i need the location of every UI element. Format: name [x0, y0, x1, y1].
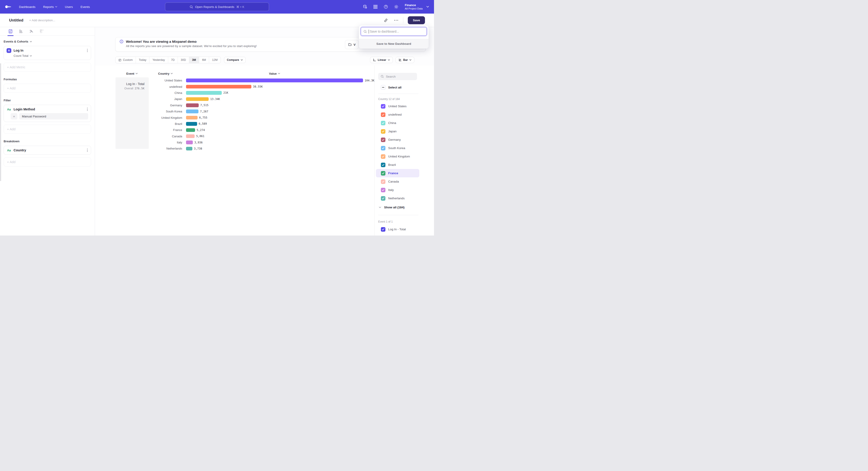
tab-retention-grid[interactable]	[39, 28, 44, 35]
bar[interactable]	[186, 97, 209, 101]
add-formula-button[interactable]: + Add	[4, 84, 91, 93]
tab-insights-chart[interactable]	[8, 28, 13, 35]
legend-item-united-kingdom[interactable]: United Kingdom	[376, 152, 419, 160]
checked-checkbox-icon[interactable]	[381, 179, 385, 184]
save-dashboard-search-input[interactable]: Save to dashboard...	[361, 27, 427, 36]
events-cohorts-heading[interactable]: Events & Cohorts	[4, 40, 91, 43]
legend-item-france[interactable]: France	[376, 169, 419, 177]
legend-item-germany[interactable]: Germany	[376, 136, 419, 144]
filter-card[interactable]: Aa Login Method = Manual Password	[4, 105, 91, 122]
tab-flow-chart[interactable]	[29, 28, 34, 35]
checked-checkbox-icon[interactable]	[381, 154, 385, 159]
bar[interactable]	[186, 104, 199, 107]
checked-checkbox-icon[interactable]	[381, 129, 385, 134]
range-6m[interactable]: 6M	[199, 57, 209, 63]
navbar-item-dashboards[interactable]: Dashboards	[19, 5, 35, 8]
checked-checkbox-icon[interactable]	[381, 104, 385, 109]
report-title[interactable]: Untitled	[9, 18, 23, 23]
legend-item-netherlands[interactable]: Netherlands	[376, 194, 419, 203]
line-type-dropdown[interactable]: Linear	[370, 57, 393, 63]
navbar-item-users[interactable]: Users	[65, 5, 73, 8]
range-yesterday[interactable]: Yesterday	[149, 57, 168, 63]
filter-value[interactable]: Manual Password	[19, 113, 88, 119]
metric-event-name[interactable]: Log In	[13, 49, 24, 52]
legend-item-undefined[interactable]: undefined	[376, 110, 419, 119]
checked-checkbox-icon[interactable]	[381, 188, 385, 192]
checked-checkbox-icon[interactable]	[381, 227, 385, 232]
bar[interactable]	[186, 128, 195, 132]
range-today[interactable]: Today	[136, 57, 149, 63]
checked-checkbox-icon[interactable]	[381, 138, 385, 142]
checked-checkbox-icon[interactable]	[381, 163, 385, 167]
chart-row-italy: Italy3,936	[115, 139, 374, 145]
checked-checkbox-icon[interactable]	[381, 112, 385, 117]
breakdown-property-name[interactable]: Country	[13, 148, 26, 152]
bar[interactable]	[186, 135, 195, 138]
save-to-new-dashboard-button[interactable]: Save to New Dashboard	[359, 39, 429, 49]
event-series-panel[interactable]: Log In - Total Overall276.5K	[116, 77, 149, 149]
navbar-item-events[interactable]: Events	[81, 5, 90, 8]
legend-item-china[interactable]: China	[376, 119, 419, 127]
range-30d[interactable]: 30D	[178, 57, 189, 63]
legend-item-south-korea[interactable]: South Korea	[376, 144, 419, 152]
help-icon[interactable]	[383, 4, 388, 9]
range-3m[interactable]: 3M	[189, 57, 199, 63]
show-all-button[interactable]: Show all (184)	[378, 206, 434, 209]
indeterminate-checkbox-icon	[381, 85, 385, 90]
navbar-item-reports[interactable]: Reports	[43, 5, 57, 8]
range-custom[interactable]: Custom	[116, 57, 136, 63]
add-description-field[interactable]: + Add description...	[29, 19, 55, 22]
checked-checkbox-icon[interactable]	[381, 146, 385, 150]
chart-rows: United States104.3Kundefined38.55KChina2…	[115, 77, 374, 152]
select-all-checkbox[interactable]: Select all	[378, 85, 434, 90]
save-button[interactable]: Save	[408, 16, 425, 24]
aggregation-selector[interactable]: Count Total	[13, 54, 88, 57]
legend-item-canada[interactable]: Canada	[376, 177, 419, 186]
legend-item-label: undefined	[388, 113, 401, 116]
compare-button[interactable]: Compare	[224, 57, 246, 63]
legend-item-italy[interactable]: Italy	[376, 186, 419, 194]
checked-checkbox-icon[interactable]	[381, 171, 385, 176]
column-header-event[interactable]: Event	[115, 71, 149, 76]
kebab-menu-icon[interactable]	[87, 148, 88, 152]
kebab-menu-icon[interactable]	[87, 107, 88, 111]
bar[interactable]	[186, 141, 193, 144]
breakdown-card[interactable]: Aa Country	[4, 146, 91, 155]
bar[interactable]	[186, 79, 363, 82]
add-breakdown-button[interactable]: + Add	[4, 157, 91, 167]
chart-type-dropdown[interactable]: Bar	[396, 57, 414, 63]
checked-checkbox-icon[interactable]	[381, 196, 385, 201]
column-header-value[interactable]: Value	[186, 71, 363, 76]
bar[interactable]	[186, 91, 222, 95]
range-12m[interactable]: 12M	[209, 57, 220, 63]
legend-item-japan[interactable]: Japan	[376, 127, 419, 136]
legend-search-input[interactable]: Search	[378, 73, 417, 80]
bar[interactable]	[186, 85, 251, 89]
kebab-menu-icon[interactable]	[87, 49, 88, 53]
range-7d[interactable]: 7D	[168, 57, 178, 63]
more-options-icon[interactable]	[394, 20, 398, 21]
add-metric-button[interactable]: + Add Metric	[4, 63, 91, 72]
bar[interactable]	[186, 147, 192, 151]
apps-grid-icon[interactable]	[373, 4, 378, 9]
checked-checkbox-icon[interactable]	[381, 121, 385, 125]
add-filter-button[interactable]: + Add	[4, 125, 91, 134]
metric-card[interactable]: A Log In Count Total	[4, 46, 91, 60]
settings-gear-icon[interactable]	[394, 4, 399, 9]
legend-item-brazil[interactable]: Brazil	[376, 160, 419, 169]
filter-property-name[interactable]: Login Method	[13, 108, 35, 111]
global-search-button[interactable]: Open Reports & Dashboards ⌘ + K	[165, 2, 269, 11]
banner-action-button[interactable]: V	[345, 40, 359, 49]
bar[interactable]	[186, 110, 198, 113]
project-selector[interactable]: Finance All Project Data	[405, 3, 429, 10]
column-header-country[interactable]: Country	[149, 71, 182, 76]
legend-item-log-in---total[interactable]: Log In - Total	[376, 225, 419, 233]
bar[interactable]	[186, 122, 197, 126]
legend-item-united-states[interactable]: United States	[376, 102, 419, 110]
mixpanel-logo-icon[interactable]	[5, 5, 11, 8]
data-management-icon[interactable]	[363, 4, 367, 9]
filter-operator[interactable]: =	[11, 113, 18, 119]
tab-bar-chart[interactable]	[19, 28, 23, 35]
bar[interactable]	[186, 116, 197, 120]
copy-link-icon[interactable]	[384, 18, 388, 22]
